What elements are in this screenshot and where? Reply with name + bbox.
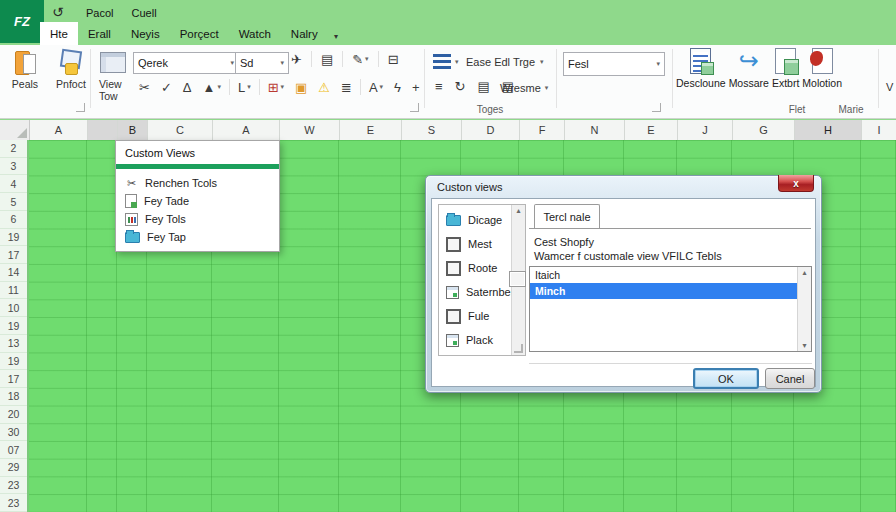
- column-header[interactable]: H: [795, 120, 862, 140]
- person-icon[interactable]: ϟ: [389, 80, 406, 95]
- ribbon-action-button[interactable]: Extbrt: [772, 47, 799, 89]
- column-header[interactable]: A: [30, 120, 88, 140]
- page-icon[interactable]: ▤: [316, 52, 338, 67]
- column-header[interactable]: C: [148, 120, 213, 140]
- move-icon[interactable]: +: [407, 80, 425, 95]
- listbox-item[interactable]: Itaich: [530, 267, 798, 283]
- scrollbar-thumb[interactable]: [509, 271, 526, 287]
- ribbon-tab[interactable]: Nalry: [281, 22, 328, 47]
- sidebar-list-item[interactable]: Plack: [439, 329, 512, 351]
- font-name-combobox[interactable]: Qerek ▾: [133, 52, 239, 74]
- warning-icon[interactable]: ⚠: [313, 80, 335, 95]
- dialog-launcher-icon[interactable]: [76, 103, 85, 112]
- scroll-down-icon[interactable]: ▾: [798, 341, 811, 350]
- flag-icon[interactable]: ▲▾: [198, 80, 226, 95]
- corner-icon[interactable]: L▾: [233, 80, 256, 95]
- wrap-text-button[interactable]: Wresme ▾: [500, 82, 548, 94]
- sidebar-list-item[interactable]: Saternber: [439, 281, 512, 303]
- style-combobox[interactable]: Fesl ▾: [563, 52, 665, 76]
- font-size-combobox[interactable]: Sd ▾: [235, 52, 289, 74]
- check-icon[interactable]: ✓: [156, 80, 177, 95]
- dialog-launcher-icon[interactable]: [410, 103, 419, 112]
- row-header[interactable]: 13: [0, 335, 27, 353]
- row-header[interactable]: 4: [0, 175, 27, 193]
- column-header[interactable]: W: [280, 120, 340, 140]
- column-header[interactable]: E: [340, 120, 402, 140]
- ease-edl-trge-button[interactable]: Ease Edl Trge ▾: [466, 56, 544, 68]
- rotate-icon[interactable]: ↻: [450, 79, 471, 94]
- close-icon[interactable]: x: [778, 175, 814, 192]
- ribbon-tab[interactable]: Erall: [78, 22, 121, 47]
- row-header[interactable]: 18: [0, 388, 27, 406]
- row-header[interactable]: 07: [0, 441, 27, 459]
- ribbon-tab[interactable]: Porçect: [170, 22, 229, 47]
- chevron-down-icon[interactable]: ▾: [455, 58, 459, 66]
- row-header[interactable]: 23: [0, 494, 27, 512]
- column-header[interactable]: F: [520, 120, 565, 140]
- borders-icon[interactable]: ⊞▾: [263, 80, 289, 95]
- sidebar-list-item[interactable]: Roote: [439, 257, 512, 279]
- format-painter-button[interactable]: Pnfoct: [50, 49, 92, 90]
- list-view-icon[interactable]: [433, 54, 451, 70]
- column-header[interactable]: S: [402, 120, 462, 140]
- row-header[interactable]: 6: [0, 211, 27, 229]
- row-header[interactable]: 10: [0, 299, 27, 317]
- ribbon-action-button[interactable]: Molotion: [802, 47, 842, 89]
- menu-item[interactable]: Renchen Tcols: [116, 174, 279, 192]
- printer-icon[interactable]: ⊟: [383, 52, 404, 67]
- align-left-icon[interactable]: ≡: [430, 79, 448, 94]
- ok-button[interactable]: OK: [693, 368, 759, 389]
- row-header[interactable]: 20: [0, 406, 27, 424]
- upper-menu-tab[interactable]: Pacol: [86, 7, 114, 19]
- row-header[interactable]: 17: [0, 370, 27, 388]
- menu-item[interactable]: Fey Tols: [116, 210, 279, 228]
- resize-grip-icon[interactable]: [514, 344, 523, 353]
- listbox-item[interactable]: Minch: [530, 283, 798, 299]
- undo-icon[interactable]: ↺: [52, 4, 64, 20]
- dialog-tab[interactable]: Tercl nale: [534, 204, 600, 229]
- row-header[interactable]: 30: [0, 424, 27, 442]
- listbox-scrollbar[interactable]: ▴ ▾: [797, 267, 811, 351]
- sidebar-list-item[interactable]: Dicage: [439, 209, 512, 231]
- column-header[interactable]: N: [565, 120, 625, 140]
- column-header[interactable]: J: [678, 120, 733, 140]
- row-header[interactable]: 19: [0, 229, 27, 247]
- column-header[interactable]: [88, 120, 118, 140]
- delta-icon[interactable]: Δ: [178, 80, 197, 95]
- sidebar-list-item[interactable]: Fule: [439, 305, 512, 327]
- pencil-icon[interactable]: ✎▾: [347, 52, 373, 67]
- fill-color-icon[interactable]: ▣: [290, 80, 312, 95]
- row-header[interactable]: 11: [0, 282, 27, 300]
- paste-button[interactable]: Peals: [4, 49, 46, 90]
- select-all-corner[interactable]: [0, 120, 30, 140]
- row-header[interactable]: 3: [0, 158, 27, 176]
- row-header[interactable]: 2: [0, 140, 27, 158]
- ribbon-tab[interactable]: Hte: [40, 22, 78, 47]
- justify-icon[interactable]: ▤: [473, 79, 495, 94]
- column-header[interactable]: G: [733, 120, 795, 140]
- column-header[interactable]: A: [213, 120, 280, 140]
- app-logo[interactable]: FZ: [0, 0, 44, 43]
- ribbon-action-button[interactable]: ↪ Mossare: [729, 47, 769, 89]
- row-header[interactable]: 17: [0, 246, 27, 264]
- ribbon-tab[interactable]: Neyis: [121, 22, 170, 47]
- column-header[interactable]: B: [118, 120, 148, 140]
- cancel-button[interactable]: Canel: [765, 368, 815, 389]
- row-header[interactable]: 14: [0, 264, 27, 282]
- window-icon[interactable]: [100, 52, 126, 73]
- row-header[interactable]: 23: [0, 477, 27, 495]
- row-header[interactable]: 19: [0, 317, 27, 335]
- column-header[interactable]: I: [862, 120, 896, 140]
- scroll-up-icon[interactable]: ▴: [512, 206, 525, 215]
- row-header[interactable]: 5: [0, 193, 27, 211]
- ribbon-action-button[interactable]: Descloune: [676, 47, 726, 89]
- lines-icon[interactable]: ≣: [336, 80, 357, 95]
- plane-icon[interactable]: ✈: [286, 52, 307, 67]
- ribbon-tab[interactable]: Watch: [229, 22, 281, 47]
- sidebar-scrollbar[interactable]: ▴: [511, 205, 525, 355]
- scissors-icon[interactable]: ✂: [134, 80, 155, 95]
- column-header[interactable]: E: [625, 120, 678, 140]
- dialog-launcher-icon[interactable]: [652, 103, 661, 112]
- menu-item[interactable]: Fey Tade: [116, 192, 279, 210]
- row-header[interactable]: 29: [0, 459, 27, 477]
